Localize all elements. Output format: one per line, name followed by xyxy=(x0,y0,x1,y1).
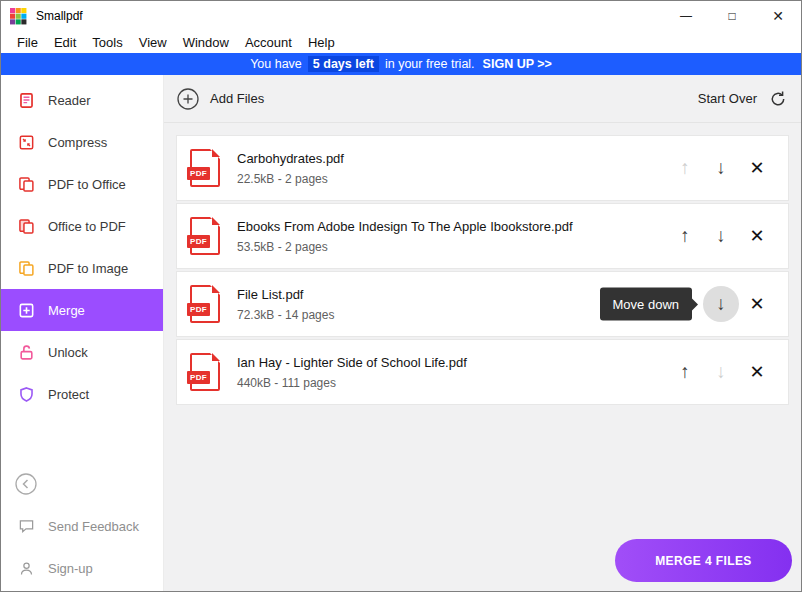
send-feedback-button[interactable]: Send Feedback xyxy=(1,505,163,547)
sidebar-item-unlock[interactable]: Unlock xyxy=(1,331,163,373)
menu-file[interactable]: File xyxy=(9,35,46,50)
menu-tools[interactable]: Tools xyxy=(84,35,130,50)
refresh-icon xyxy=(768,89,788,109)
move-up-button[interactable]: ↑ xyxy=(667,218,703,254)
sidebar-item-pdf-to-office[interactable]: PDF to Office xyxy=(1,163,163,205)
title-bar: Smallpdf — □ ✕ xyxy=(1,1,801,31)
file-meta: 440kB - 111 pages xyxy=(237,376,659,390)
menu-view[interactable]: View xyxy=(131,35,175,50)
sidebar-item-merge[interactable]: Merge xyxy=(1,289,163,331)
trial-banner-prefix: You have xyxy=(250,57,302,71)
pdf-file-icon: PDF xyxy=(190,149,220,187)
row-actions: ↑ ↓ ✕ xyxy=(667,150,775,186)
move-up-button[interactable]: ↑ xyxy=(667,354,703,390)
window-title: Smallpdf xyxy=(36,9,83,23)
sign-up-link[interactable]: SIGN UP >> xyxy=(483,57,552,71)
move-down-button[interactable]: ↓ xyxy=(703,150,739,186)
pdf-file-icon: PDF xyxy=(190,353,220,391)
sidebar: Reader Compress PDF to Office Office to … xyxy=(1,75,164,591)
sidebar-item-label: PDF to Image xyxy=(48,261,128,276)
menu-bar: File Edit Tools View Window Account Help xyxy=(1,31,801,53)
trial-days-left: 5 days left xyxy=(308,56,379,72)
menu-window[interactable]: Window xyxy=(175,35,237,50)
sidebar-item-label: Protect xyxy=(48,387,89,402)
merge-files-button[interactable]: MERGE 4 FILES xyxy=(615,539,792,582)
file-meta: 53.5kB - 2 pages xyxy=(237,240,659,254)
file-row: PDF Ebooks From Adobe Indesign To The Ap… xyxy=(176,203,789,269)
reader-icon xyxy=(18,92,35,109)
pdf-to-office-icon xyxy=(18,176,35,193)
sidebar-item-label: Merge xyxy=(48,303,85,318)
close-button[interactable]: ✕ xyxy=(755,1,801,31)
sidebar-item-reader[interactable]: Reader xyxy=(1,79,163,121)
sidebar-item-label: Reader xyxy=(48,93,91,108)
row-actions: ↑ ↓ ✕ xyxy=(667,354,775,390)
remove-file-button[interactable]: ✕ xyxy=(739,218,775,254)
file-info: Carbohydrates.pdf 22.5kB - 2 pages xyxy=(237,151,667,186)
start-over-button[interactable]: Start Over xyxy=(698,89,788,109)
file-meta: 22.5kB - 2 pages xyxy=(237,172,659,186)
move-down-button: ↓ xyxy=(703,354,739,390)
move-down-button[interactable]: ↓ xyxy=(703,218,739,254)
office-to-pdf-icon xyxy=(18,218,35,235)
sidebar-item-pdf-to-image[interactable]: PDF to Image xyxy=(1,247,163,289)
add-files-label: Add Files xyxy=(210,91,264,106)
menu-help[interactable]: Help xyxy=(300,35,343,50)
move-down-button[interactable]: ↓ xyxy=(703,286,739,322)
app-window: Smallpdf — □ ✕ File Edit Tools View Wind… xyxy=(0,0,802,592)
file-name: Ebooks From Adobe Indesign To The Apple … xyxy=(237,219,659,234)
collapse-sidebar-button[interactable] xyxy=(1,463,163,505)
pdf-badge: PDF xyxy=(187,167,210,180)
pdf-to-image-icon xyxy=(18,260,35,277)
file-name: File List.pdf xyxy=(237,287,659,302)
maximize-button[interactable]: □ xyxy=(709,1,755,31)
remove-file-button[interactable]: ✕ xyxy=(739,150,775,186)
sidebar-item-compress[interactable]: Compress xyxy=(1,121,163,163)
file-name: Ian Hay - Lighter Side of School Life.pd… xyxy=(237,355,659,370)
sidebar-item-label: Compress xyxy=(48,135,107,150)
sidebar-item-label: Office to PDF xyxy=(48,219,126,234)
add-files-button[interactable]: Add Files xyxy=(177,88,264,110)
pdf-file-icon: PDF xyxy=(190,285,220,323)
plus-circle-icon xyxy=(177,88,199,110)
remove-file-button[interactable]: ✕ xyxy=(739,354,775,390)
row-actions: ↑ ↓ ✕ xyxy=(667,218,775,254)
sidebar-item-protect[interactable]: Protect xyxy=(1,373,163,415)
pdf-badge: PDF xyxy=(187,371,210,384)
smallpdf-logo-icon xyxy=(10,8,27,25)
pdf-file-icon: PDF xyxy=(190,217,220,255)
file-name: Carbohydrates.pdf xyxy=(237,151,659,166)
move-down-tooltip: Move down xyxy=(600,288,692,321)
pdf-badge: PDF xyxy=(187,303,210,316)
window-controls: — □ ✕ xyxy=(663,1,801,31)
move-up-button: ↑ xyxy=(667,150,703,186)
sign-up-button[interactable]: Sign-up xyxy=(1,547,163,589)
minimize-button[interactable]: — xyxy=(663,1,709,31)
remove-file-button[interactable]: ✕ xyxy=(739,286,775,322)
menu-account[interactable]: Account xyxy=(237,35,300,50)
file-row: PDF File List.pdf 72.3kB - 14 pages Move… xyxy=(176,271,789,337)
trial-banner: You have 5 days left in your free trial.… xyxy=(1,53,801,75)
menu-edit[interactable]: Edit xyxy=(46,35,84,50)
main-panel: Add Files Start Over PDF Carbohydrate xyxy=(164,75,801,591)
sidebar-footer: Send Feedback Sign-up xyxy=(1,463,163,589)
file-list: PDF Carbohydrates.pdf 22.5kB - 2 pages ↑… xyxy=(176,135,789,407)
file-meta: 72.3kB - 14 pages xyxy=(237,308,659,322)
sign-up-label: Sign-up xyxy=(48,561,93,576)
sidebar-item-label: PDF to Office xyxy=(48,177,126,192)
protect-shield-icon xyxy=(18,386,35,403)
send-feedback-label: Send Feedback xyxy=(48,519,139,534)
content-area: Reader Compress PDF to Office Office to … xyxy=(1,75,801,591)
unlock-icon xyxy=(18,344,35,361)
sidebar-item-label: Unlock xyxy=(48,345,88,360)
chevron-left-circle-icon xyxy=(15,473,37,495)
feedback-bubble-icon xyxy=(18,518,35,535)
compress-icon xyxy=(18,134,35,151)
trial-banner-text: in your free trial. xyxy=(385,57,475,71)
file-info: Ebooks From Adobe Indesign To The Apple … xyxy=(237,219,667,254)
file-info: Ian Hay - Lighter Side of School Life.pd… xyxy=(237,355,667,390)
pdf-badge: PDF xyxy=(187,235,210,248)
main-toolbar: Add Files Start Over xyxy=(164,75,801,123)
sidebar-item-office-to-pdf[interactable]: Office to PDF xyxy=(1,205,163,247)
file-row: PDF Ian Hay - Lighter Side of School Lif… xyxy=(176,339,789,405)
